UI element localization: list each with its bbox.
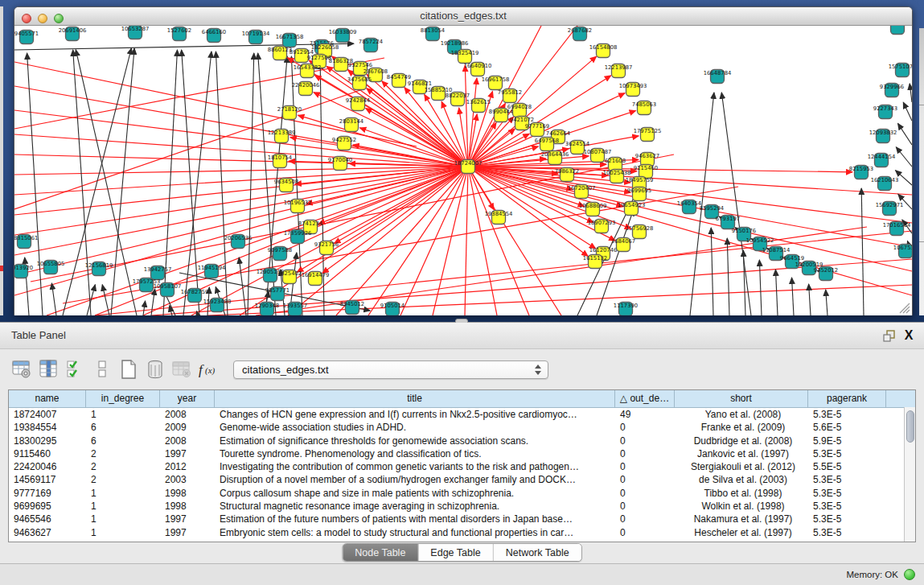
graph-node[interactable]: 18907293 [588,220,616,233]
graph-node[interactable]: 16648784 [704,70,732,84]
graph-node[interactable]: 8813054 [421,27,445,41]
graph-node[interactable]: 10958107 [154,283,182,297]
table-row[interactable]: 977716911998Corpus callosum shape and si… [9,487,915,500]
table-row[interactable]: 1872400712008Changes of HCN gene express… [9,408,915,421]
graph-node[interactable]: 15756928 [626,225,654,239]
cell-year: 1998 [160,487,215,500]
graph-node[interactable]: 9227343 [873,105,897,119]
function-builder-icon[interactable]: f(x) [195,356,221,382]
graph-node[interactable]: 10719134 [242,31,270,44]
background-window-sliver-left [0,6,3,315]
column-header-filler [886,390,915,407]
cell-out_de: 0 [615,473,675,486]
table-row[interactable]: 911546021997Tourette syndrome. Phenomeno… [9,447,915,460]
citation-network-graph[interactable]: 1872400794055712069140610653287152760264… [14,26,912,315]
graph-node[interactable]: 7955812 [498,89,522,103]
column-header-out_de[interactable]: △ out_de… [615,390,675,407]
table-columns-icon[interactable] [36,356,62,382]
column-header-year[interactable]: year [160,390,215,407]
graph-node-label: 1810754 [268,154,292,161]
table-row[interactable]: 1456911722003Disruption of a novel membe… [9,473,915,486]
network-canvas[interactable]: 1872400794055712069140610653287152760264… [14,26,912,315]
graph-node[interactable]: 12213389 [268,130,296,143]
column-header-title[interactable]: title [215,390,615,407]
table-row[interactable]: 2242004622012Investigating the contribut… [9,460,915,473]
table-row[interactable]: 946554611997Estimation of the future num… [9,513,915,525]
graph-node[interactable]: 1640354 [677,200,701,214]
graph-node[interactable]: 20206536 [224,235,253,249]
graph-node[interactable]: 20691406 [59,27,87,41]
graph-node[interactable]: 16210643 [871,177,899,191]
node-table: namein_degreeyeartitle△ out_de…shortpage… [8,389,916,542]
graph-node[interactable]: 3475685 [347,76,372,90]
graph-node[interactable]: 10688609 [579,203,607,216]
graph-node[interactable]: 18315061 [14,235,38,249]
cell-pagerank: 5.3E-5 [808,500,886,513]
graph-node[interactable]: 10653287 [121,26,150,39]
vertical-scrollbar[interactable] [904,407,915,542]
tab-network-table[interactable]: Network Table [494,544,581,561]
graph-node[interactable]: 10196532 [284,200,312,213]
graph-node[interactable]: 16640910 [464,63,492,76]
graph-node[interactable]: 9329966 [880,84,904,97]
graph-node[interactable]: 17975125 [634,128,662,142]
graph-node[interactable]: 15692971 [876,202,904,216]
graph-node[interactable]: 1067533 [893,245,912,258]
graph-node-label: 1112058 [885,26,910,27]
column-header-short[interactable]: short [675,390,808,407]
graph-node[interactable]: 1362615 [466,99,491,113]
import-table-icon[interactable] [169,356,195,382]
graph-node[interactable]: 1527602 [167,27,191,41]
row-height-icon[interactable] [89,356,115,382]
graph-node[interactable]: 1117390 [614,303,638,316]
column-header-in_degree[interactable]: in_degree [86,390,160,407]
tab-node-table[interactable]: Node Table [343,544,418,561]
memory-ok-indicator[interactable] [904,569,915,580]
table-row[interactable]: 1938455462009Genome-wide association stu… [9,421,915,434]
graph-node[interactable]: 18325419 [451,50,479,64]
graph-node[interactable]: 16961758 [482,76,510,90]
table-settings-icon[interactable] [10,356,35,382]
graph-node-label: 1527602 [167,27,191,34]
graph-node[interactable]: 6466160 [202,29,226,43]
graph-node[interactable]: 15751074 [889,64,912,77]
cell-in_degree: 2 [86,447,160,460]
graph-node-label: 6497568 [535,138,559,144]
graph-node[interactable]: 16914479 [302,272,330,286]
graph-node-label: 2687682 [568,27,592,34]
close-panel-icon[interactable]: X [901,328,916,343]
delete-table-icon[interactable] [142,356,168,382]
graph-node[interactable]: 16154808 [589,44,618,58]
graph-node[interactable]: 17359926 [284,230,312,244]
graph-node-label: 6793197 [716,216,740,222]
graph-node[interactable]: 2803144 [339,118,363,132]
graph-node[interactable]: 8215953 [849,166,873,179]
cell-short: de Silva et al. (2003) [675,473,808,486]
window-title: citations_edges.txt [14,10,912,22]
column-header-pagerank[interactable]: pagerank [808,390,886,407]
tab-edge-table[interactable]: Edge Table [418,544,493,561]
network-window-titlebar[interactable]: citations_edges.txt [14,7,912,26]
cell-title: Corpus callosum shape and size in male p… [215,487,615,500]
select-columns-icon[interactable] [63,356,88,382]
float-window-icon[interactable] [882,328,897,343]
graph-node[interactable]: 12213987 [605,64,633,78]
table-selector-dropdown[interactable]: citations_edges.txt [233,360,548,379]
graph-node[interactable]: 19654923 [618,202,646,216]
table-row[interactable]: 969969511998Structural magnetic resonanc… [9,500,915,513]
graph-node[interactable]: 7986322 [555,168,579,182]
new-table-icon[interactable] [116,356,142,382]
graph-node[interactable]: 7857224 [359,39,383,52]
graph-node[interactable]: 9405571 [14,31,39,44]
scrollbar-thumb[interactable] [906,410,914,443]
table-row[interactable]: 946362711997Embryonic stem cells: a mode… [9,526,915,539]
graph-node[interactable]: 10655805 [37,261,65,274]
graph-node[interactable]: 9452012 [814,267,838,281]
column-header-name[interactable]: name [9,390,86,407]
graph-node[interactable]: 12093832 [869,130,897,143]
graph-node[interactable]: 1112058 [885,26,910,35]
graph-node[interactable]: 7485063 [632,101,656,115]
table-row[interactable]: 1830029562008Estimation of significance … [9,435,915,447]
cell-short: Dudbridge et al. (2008) [675,435,808,447]
window-resize-grip[interactable] [897,301,910,314]
